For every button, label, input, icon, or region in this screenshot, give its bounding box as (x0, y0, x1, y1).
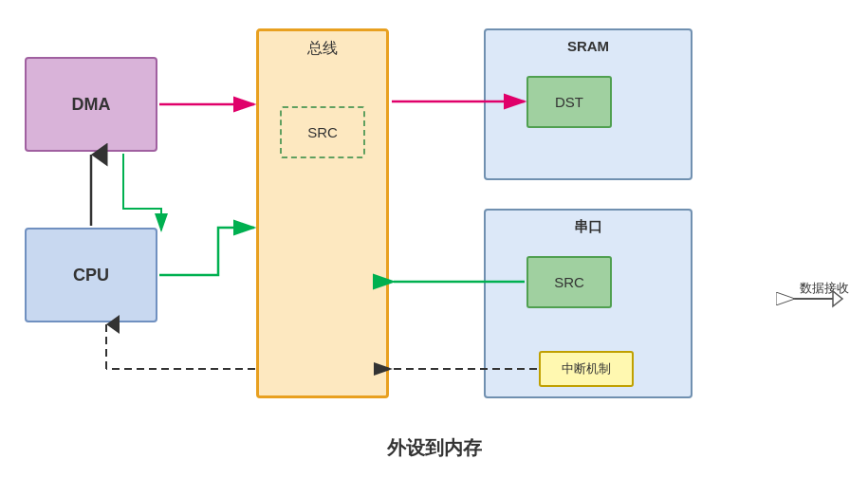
serial-src-box: SRC (526, 256, 612, 308)
interrupt-label: 中断机制 (562, 360, 611, 377)
data-recv-label: 数据接收 (800, 280, 849, 297)
sram-dst-box: DST (526, 76, 612, 128)
dma-label: DMA (72, 95, 111, 115)
dma-box: DMA (25, 57, 157, 152)
serial-src-label: SRC (554, 274, 584, 290)
bus-src-box: SRC (280, 106, 365, 158)
main-title: 外设到内存 (0, 435, 868, 461)
cpu-label: CPU (73, 266, 109, 285)
sram-title: SRAM (486, 38, 691, 54)
serial-title: 串口 (486, 218, 691, 236)
cpu-box: CPU (25, 228, 157, 322)
bus-src-label: SRC (307, 124, 338, 140)
interrupt-box: 中断机制 (539, 351, 634, 387)
bus-title: 总线 (307, 39, 338, 59)
bus-box: 总线 SRC (256, 28, 389, 398)
diagram-container: DMA CPU 总线 SRC SRAM DST 串口 SRC 中断机制 数据接收… (0, 0, 868, 478)
sram-dst-label: DST (555, 94, 583, 110)
